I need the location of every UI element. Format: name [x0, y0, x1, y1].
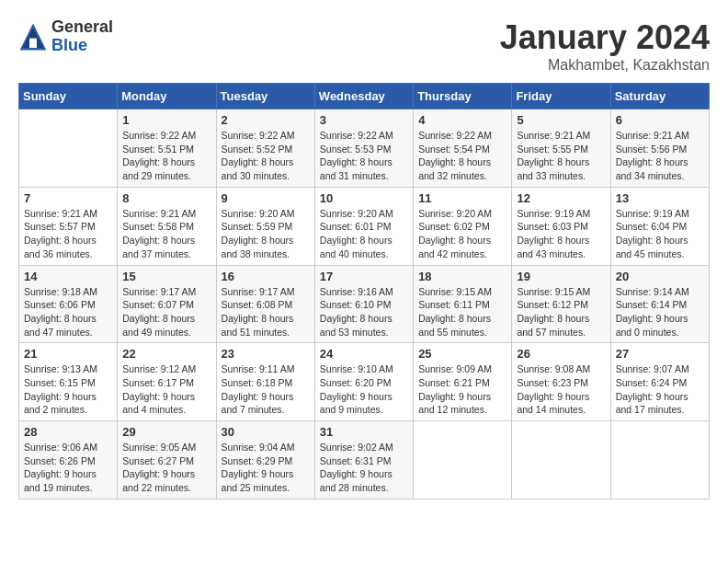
day-number: 19	[517, 270, 605, 283]
day-cell	[19, 109, 118, 188]
day-number: 13	[616, 191, 704, 205]
title-area: January 2024 Makhambet, Kazakhstan	[500, 18, 710, 74]
day-info: Sunrise: 9:15 AM Sunset: 6:12 PM Dayligh…	[517, 285, 605, 339]
day-cell	[512, 421, 610, 500]
day-cell: 9Sunrise: 9:20 AM Sunset: 5:59 PM Daylig…	[216, 187, 314, 265]
header: General Blue January 2024 Makhambet, Kaz…	[18, 18, 710, 74]
day-number: 3	[320, 113, 408, 127]
day-info: Sunrise: 9:20 AM Sunset: 5:59 PM Dayligh…	[222, 207, 310, 261]
day-cell: 25Sunrise: 9:09 AM Sunset: 6:21 PM Dayli…	[414, 343, 512, 421]
calendar-header: SundayMondayTuesdayWednesdayThursdayFrid…	[19, 84, 710, 109]
header-row: SundayMondayTuesdayWednesdayThursdayFrid…	[19, 84, 710, 109]
svg-rect-2	[29, 38, 37, 47]
week-row-4: 21Sunrise: 9:13 AM Sunset: 6:15 PM Dayli…	[19, 343, 710, 421]
day-info: Sunrise: 9:22 AM Sunset: 5:53 PM Dayligh…	[320, 129, 408, 183]
day-cell: 11Sunrise: 9:20 AM Sunset: 6:02 PM Dayli…	[414, 187, 512, 265]
day-cell	[414, 421, 512, 500]
day-number: 4	[418, 113, 506, 127]
day-cell: 24Sunrise: 9:10 AM Sunset: 6:20 PM Dayli…	[314, 343, 413, 421]
day-cell: 10Sunrise: 9:20 AM Sunset: 6:01 PM Dayli…	[314, 187, 413, 265]
day-info: Sunrise: 9:20 AM Sunset: 6:01 PM Dayligh…	[320, 207, 408, 261]
day-number: 1	[122, 113, 210, 127]
logo: General Blue	[18, 18, 113, 55]
day-cell	[610, 421, 709, 500]
day-cell: 16Sunrise: 9:17 AM Sunset: 6:08 PM Dayli…	[216, 265, 314, 343]
day-number: 21	[24, 347, 112, 361]
day-info: Sunrise: 9:12 AM Sunset: 6:17 PM Dayligh…	[122, 362, 210, 417]
day-cell: 26Sunrise: 9:08 AM Sunset: 6:23 PM Dayli…	[512, 343, 610, 421]
day-info: Sunrise: 9:21 AM Sunset: 5:56 PM Dayligh…	[616, 129, 704, 183]
day-header-tuesday: Tuesday	[216, 84, 314, 109]
day-cell: 5Sunrise: 9:21 AM Sunset: 5:55 PM Daylig…	[512, 109, 610, 188]
day-number: 2	[222, 113, 310, 127]
day-info: Sunrise: 9:19 AM Sunset: 6:04 PM Dayligh…	[616, 207, 704, 261]
day-info: Sunrise: 9:07 AM Sunset: 6:24 PM Dayligh…	[616, 362, 704, 417]
calendar-table: SundayMondayTuesdayWednesdayThursdayFrid…	[18, 83, 710, 500]
day-header-thursday: Thursday	[414, 84, 512, 109]
day-cell: 29Sunrise: 9:05 AM Sunset: 6:27 PM Dayli…	[118, 421, 216, 500]
day-info: Sunrise: 9:10 AM Sunset: 6:20 PM Dayligh…	[320, 362, 408, 417]
day-info: Sunrise: 9:02 AM Sunset: 6:31 PM Dayligh…	[320, 441, 408, 495]
day-cell: 27Sunrise: 9:07 AM Sunset: 6:24 PM Dayli…	[610, 343, 709, 421]
day-number: 28	[24, 425, 112, 439]
day-cell: 28Sunrise: 9:06 AM Sunset: 6:26 PM Dayli…	[19, 421, 118, 500]
day-info: Sunrise: 9:08 AM Sunset: 6:23 PM Dayligh…	[517, 362, 605, 417]
day-number: 9	[222, 191, 310, 205]
day-info: Sunrise: 9:20 AM Sunset: 6:02 PM Dayligh…	[418, 207, 506, 261]
day-number: 10	[320, 191, 408, 205]
day-cell: 8Sunrise: 9:21 AM Sunset: 5:58 PM Daylig…	[118, 187, 216, 265]
day-cell: 4Sunrise: 9:22 AM Sunset: 5:54 PM Daylig…	[414, 109, 512, 188]
logo-text: General Blue	[51, 18, 113, 55]
day-number: 17	[320, 270, 408, 283]
day-number: 18	[418, 270, 506, 283]
day-cell: 6Sunrise: 9:21 AM Sunset: 5:56 PM Daylig…	[610, 109, 709, 188]
day-number: 22	[122, 347, 210, 361]
day-number: 11	[418, 191, 506, 205]
day-cell: 13Sunrise: 9:19 AM Sunset: 6:04 PM Dayli…	[610, 187, 709, 265]
day-cell: 30Sunrise: 9:04 AM Sunset: 6:29 PM Dayli…	[216, 421, 314, 500]
day-info: Sunrise: 9:22 AM Sunset: 5:54 PM Dayligh…	[418, 129, 506, 183]
day-info: Sunrise: 9:18 AM Sunset: 6:06 PM Dayligh…	[24, 285, 112, 339]
day-info: Sunrise: 9:17 AM Sunset: 6:07 PM Dayligh…	[122, 285, 210, 339]
day-info: Sunrise: 9:19 AM Sunset: 6:03 PM Dayligh…	[517, 207, 605, 261]
day-cell: 19Sunrise: 9:15 AM Sunset: 6:12 PM Dayli…	[512, 265, 610, 343]
day-number: 23	[222, 347, 310, 361]
day-header-friday: Friday	[512, 84, 610, 109]
day-number: 27	[616, 347, 704, 361]
day-cell: 1Sunrise: 9:22 AM Sunset: 5:51 PM Daylig…	[118, 109, 216, 188]
day-number: 5	[517, 113, 605, 127]
day-number: 31	[320, 425, 408, 439]
day-cell: 18Sunrise: 9:15 AM Sunset: 6:11 PM Dayli…	[414, 265, 512, 343]
week-row-5: 28Sunrise: 9:06 AM Sunset: 6:26 PM Dayli…	[19, 421, 710, 500]
day-cell: 17Sunrise: 9:16 AM Sunset: 6:10 PM Dayli…	[314, 265, 413, 343]
week-row-1: 1Sunrise: 9:22 AM Sunset: 5:51 PM Daylig…	[19, 109, 710, 188]
day-number: 26	[517, 347, 605, 361]
day-cell: 22Sunrise: 9:12 AM Sunset: 6:17 PM Dayli…	[118, 343, 216, 421]
day-cell: 2Sunrise: 9:22 AM Sunset: 5:52 PM Daylig…	[216, 109, 314, 188]
day-number: 8	[122, 191, 210, 205]
day-info: Sunrise: 9:06 AM Sunset: 6:26 PM Dayligh…	[24, 441, 112, 495]
day-cell: 15Sunrise: 9:17 AM Sunset: 6:07 PM Dayli…	[118, 265, 216, 343]
week-row-2: 7Sunrise: 9:21 AM Sunset: 5:57 PM Daylig…	[19, 187, 710, 265]
day-info: Sunrise: 9:09 AM Sunset: 6:21 PM Dayligh…	[418, 362, 506, 417]
day-cell: 14Sunrise: 9:18 AM Sunset: 6:06 PM Dayli…	[19, 265, 118, 343]
calendar-body: 1Sunrise: 9:22 AM Sunset: 5:51 PM Daylig…	[19, 109, 710, 500]
day-header-sunday: Sunday	[19, 84, 118, 109]
day-number: 15	[122, 270, 210, 283]
day-cell: 7Sunrise: 9:21 AM Sunset: 5:57 PM Daylig…	[19, 187, 118, 265]
day-cell: 20Sunrise: 9:14 AM Sunset: 6:14 PM Dayli…	[610, 265, 709, 343]
day-cell: 12Sunrise: 9:19 AM Sunset: 6:03 PM Dayli…	[512, 187, 610, 265]
day-number: 7	[24, 191, 112, 205]
day-number: 12	[517, 191, 605, 205]
day-info: Sunrise: 9:05 AM Sunset: 6:27 PM Dayligh…	[122, 441, 210, 495]
day-number: 25	[418, 347, 506, 361]
day-cell: 21Sunrise: 9:13 AM Sunset: 6:15 PM Dayli…	[19, 343, 118, 421]
day-info: Sunrise: 9:14 AM Sunset: 6:14 PM Dayligh…	[616, 285, 704, 339]
logo-icon	[18, 22, 48, 52]
calendar-title: January 2024	[500, 18, 710, 57]
day-info: Sunrise: 9:16 AM Sunset: 6:10 PM Dayligh…	[320, 285, 408, 339]
logo-blue-text: Blue	[51, 37, 113, 55]
day-cell: 3Sunrise: 9:22 AM Sunset: 5:53 PM Daylig…	[314, 109, 413, 188]
logo-general-text: General	[51, 18, 113, 37]
day-number: 16	[222, 270, 310, 283]
